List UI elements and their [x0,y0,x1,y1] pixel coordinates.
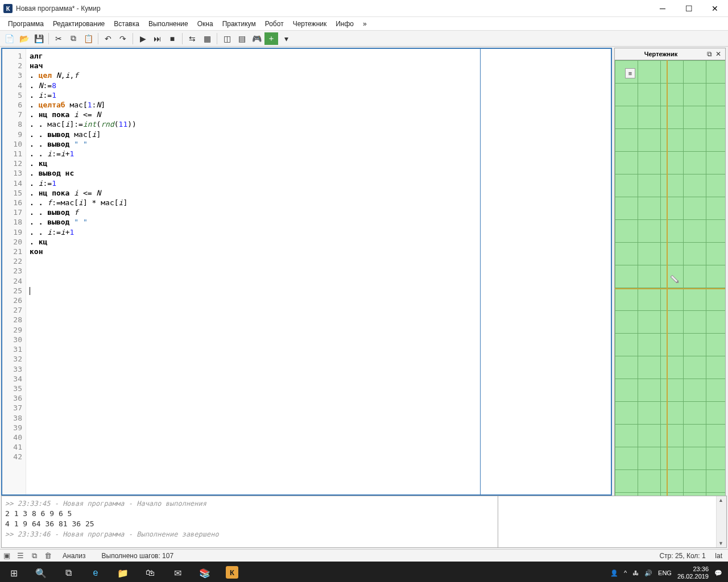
status-bar: ▣ ☰ ⧉ 🗑 Анализ Выполнено шагов: 107 Стр:… [0,549,728,562]
menu-item[interactable]: Программа [3,18,48,30]
mail-icon[interactable]: ✉ [164,562,191,582]
tray-sound-icon[interactable]: 🔊 [644,569,652,577]
console-meta: >> 23:33:46 - Новая программа - Выполнен… [5,529,494,539]
menu-bar: ПрограммаРедактированиеВставкаВыполнение… [0,17,728,31]
window-title: Новая программа* - Кумир [16,5,101,13]
input-mode: lat [715,552,722,560]
separator [182,33,183,44]
status-icon-2[interactable]: ☰ [14,550,27,562]
scrollbar[interactable] [716,496,726,547]
paste-icon[interactable]: 📋 [81,32,95,45]
tool-icon-2[interactable]: ▦ [200,32,214,45]
step-icon[interactable]: ⏭ [151,32,164,45]
pencil-icon [666,275,679,288]
cut-icon[interactable]: ✂ [52,32,65,45]
app-icon: К [3,4,13,13]
start-button[interactable]: ⊞ [0,562,27,582]
status-analysis: Анализ [55,552,94,560]
console-line: 2 1 3 8 6 9 6 5 [5,509,494,519]
new-file-icon[interactable]: 📄 [2,32,16,45]
separator [133,33,133,44]
tray-clock[interactable]: 23:36 26.02.2019 [677,566,709,580]
app-icon[interactable]: 📚 [191,562,218,582]
console-line: 4 1 9 64 36 81 36 25 [5,519,494,529]
dropdown-icon[interactable]: ▾ [279,32,293,45]
windows-taskbar: ⊞ 🔍 ⧉ e 📁 🛍 ✉ 📚 К 👤 ^ 🖧 🔊 ENG 23:36 26.0… [0,562,728,582]
menu-item[interactable]: Чертежник [288,18,332,30]
menu-item[interactable]: Вставка [109,18,144,30]
robot-icon[interactable]: 🎮 [250,32,263,45]
kumir-taskbar-icon[interactable]: К [218,562,246,582]
console-output[interactable]: >> 23:33:45 - Новая программа - Начало в… [1,496,498,548]
tray-notifications-icon[interactable]: 💬 [714,569,722,577]
tray-network-icon[interactable]: 🖧 [632,569,639,576]
editor-area: 1234567891011121314151617181920212223242… [0,47,613,494]
menu-item[interactable]: Окна [193,18,218,30]
run-icon[interactable]: ▶ [136,32,150,45]
axis-vertical [667,60,668,526]
save-file-icon[interactable]: 💾 [32,32,46,45]
editor-margin-column [480,49,611,494]
console-right-pane[interactable] [498,496,727,548]
store-icon[interactable]: 🛍 [136,562,164,582]
maximize-button[interactable]: ☐ [676,0,702,17]
panel-maximize-icon[interactable]: ⧉ [705,49,714,59]
code-editor[interactable]: алгнач. цел N,i,f. N:=8. i:=1. целтаб ма… [26,49,480,494]
undo-icon[interactable]: ↶ [101,32,115,45]
menu-item[interactable]: Практикум [218,18,260,30]
menu-item[interactable]: » [358,18,371,30]
drawer-panel: Чертежник ⧉ ✕ ≡ [614,48,726,494]
cursor-position: Стр: 25, Кол: 1 [659,552,705,560]
layout-icon-1[interactable]: ◫ [220,32,234,45]
redo-icon[interactable]: ↷ [116,32,130,45]
output-console: >> 23:33:45 - Новая программа - Начало в… [1,496,727,548]
status-icon-1[interactable]: ▣ [0,550,14,562]
separator [98,33,98,44]
menu-item[interactable]: Выполнение [144,18,193,30]
tray-up-icon[interactable]: ^ [624,569,627,576]
tool-icon-1[interactable]: ⇆ [185,32,199,45]
line-gutter: 1234567891011121314151617181920212223242… [2,49,26,494]
explorer-icon[interactable]: 📁 [109,562,136,582]
layout-icon-2[interactable]: ▤ [235,32,249,45]
stop-icon[interactable]: ■ [166,32,179,45]
status-icon-4[interactable]: 🗑 [41,550,55,562]
edge-icon[interactable]: e [82,562,109,582]
menu-item[interactable]: Робот [260,18,288,30]
toolbar: 📄 📂 💾 ✂ ⧉ 📋 ↶ ↷ ▶ ⏭ ■ ⇆ ▦ ◫ ▤ 🎮 ＋ ▾ [0,31,728,47]
status-steps: Выполнено шагов: 107 [94,552,182,560]
minimize-button[interactable]: ─ [650,0,676,17]
close-button[interactable]: ✕ [702,0,728,17]
menu-item[interactable]: Редактирование [48,18,109,30]
separator [48,33,49,44]
tray-language[interactable]: ENG [658,569,672,576]
canvas-menu-icon[interactable]: ≡ [625,68,635,78]
status-icon-3[interactable]: ⧉ [27,550,41,562]
separator [217,33,217,44]
open-file-icon[interactable]: 📂 [17,32,31,45]
menu-item[interactable]: Инфо [331,18,358,30]
console-meta: >> 23:33:45 - Новая программа - Начало в… [5,498,494,509]
copy-icon[interactable]: ⧉ [67,32,80,45]
task-view-icon[interactable]: ⧉ [55,562,82,582]
title-bar: К Новая программа* - Кумир ─ ☐ ✕ [0,0,728,17]
panel-title: Чертежник [617,51,705,57]
search-icon[interactable]: 🔍 [27,562,55,582]
plus-icon[interactable]: ＋ [264,32,278,45]
tray-people-icon[interactable]: 👤 [610,569,618,577]
drawing-canvas[interactable]: ≡ [614,60,726,526]
axis-horizontal [615,288,725,289]
panel-close-icon[interactable]: ✕ [714,49,723,59]
